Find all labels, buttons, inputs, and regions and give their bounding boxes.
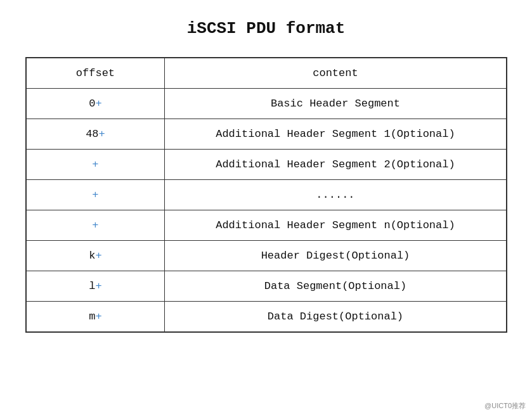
offset-cell-3: + [26, 180, 165, 210]
offset-plus-0: + [95, 98, 101, 110]
offset-black-0: 0 [89, 98, 95, 110]
offset-cell-5: k+ [26, 241, 165, 271]
content-cell-4: Additional Header Segment n(Optional) [165, 210, 507, 241]
header-offset: offset [26, 58, 165, 89]
watermark: @UICT0推荐 [484, 401, 526, 411]
table-row: k+Header Digest(Optional) [26, 241, 507, 271]
page-title: iSCSI PDU format [187, 19, 346, 38]
offset-cell-2: + [26, 150, 165, 180]
offset-plus-5: + [95, 250, 101, 262]
offset-cell-7: m+ [26, 302, 165, 333]
content-cell-5: Header Digest(Optional) [165, 241, 507, 271]
offset-cell-1: 48+ [26, 119, 165, 150]
offset-cell-6: l+ [26, 271, 165, 302]
table-row: 48+Additional Header Segment 1(Optional) [26, 119, 507, 150]
table-row: l+Data Segment(Optional) [26, 271, 507, 302]
table-row: +Additional Header Segment n(Optional) [26, 210, 507, 241]
content-cell-1: Additional Header Segment 1(Optional) [165, 119, 507, 150]
content-cell-3: ...... [165, 180, 507, 210]
offset-plus-4: + [92, 219, 98, 231]
offset-black-5: k [89, 250, 95, 262]
table-row: m+Data Digest(Optional) [26, 302, 507, 333]
content-cell-7: Data Digest(Optional) [165, 302, 507, 333]
header-content: content [165, 58, 507, 89]
offset-black-1: 48 [86, 128, 98, 140]
content-cell-6: Data Segment(Optional) [165, 271, 507, 302]
table-row: +Additional Header Segment 2(Optional) [26, 150, 507, 180]
offset-plus-3: + [92, 189, 98, 201]
offset-cell-4: + [26, 210, 165, 241]
content-cell-2: Additional Header Segment 2(Optional) [165, 150, 507, 180]
offset-cell-0: 0+ [26, 89, 165, 119]
offset-plus-2: + [92, 158, 98, 170]
offset-black-6: l [89, 280, 95, 292]
offset-plus-6: + [95, 280, 101, 292]
table-row: +...... [26, 180, 507, 210]
offset-plus-1: + [99, 128, 105, 140]
offset-plus-7: + [95, 311, 101, 323]
table-row: 0+Basic Header Segment [26, 89, 507, 119]
pdu-format-table: offset content 0+Basic Header Segment48+… [25, 57, 507, 333]
content-cell-0: Basic Header Segment [165, 89, 507, 119]
offset-black-7: m [89, 311, 95, 323]
